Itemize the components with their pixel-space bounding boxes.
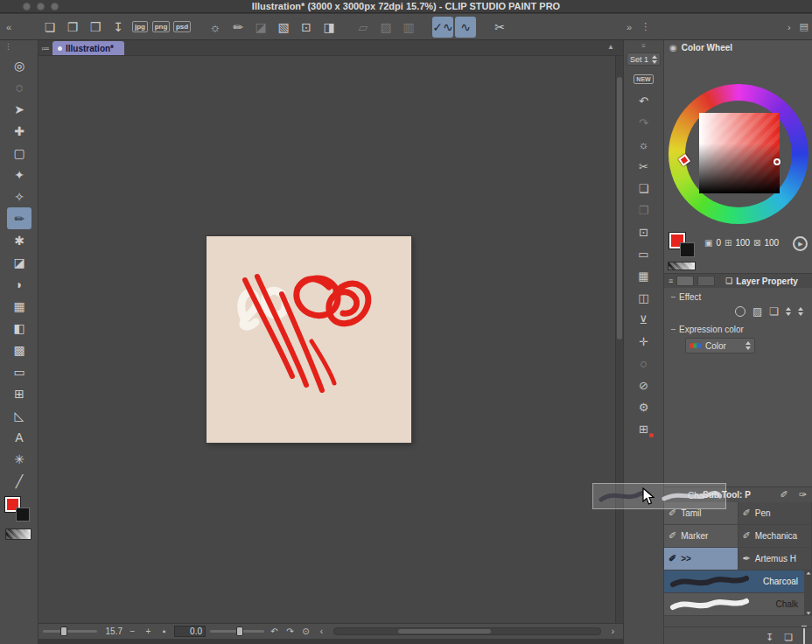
- set-selector[interactable]: Set 1: [626, 52, 661, 66]
- zoom-slider-handle[interactable]: [60, 626, 67, 636]
- auto-select-tool[interactable]: ✦: [7, 164, 32, 186]
- rotation-field[interactable]: 0.0: [174, 626, 206, 637]
- subtool-pen[interactable]: ✐ Pen: [738, 502, 812, 525]
- horizontal-scrollbar[interactable]: [333, 627, 601, 635]
- toolbar-menu-button[interactable]: ▤: [800, 21, 808, 32]
- vertical-scrollbar-thumb[interactable]: [617, 77, 622, 340]
- cut-button[interactable]: ✂: [633, 156, 655, 178]
- transparent-color-swatch[interactable]: [5, 528, 32, 540]
- layer-property-menu-icon[interactable]: ≡: [668, 276, 673, 285]
- sub-tool-scrollbar[interactable]: [804, 570, 812, 616]
- eyedropper-tool[interactable]: ✧: [7, 186, 32, 207]
- ruler-tool[interactable]: ◺: [7, 404, 32, 426]
- zoom-in-button[interactable]: +: [143, 626, 154, 636]
- figure-tool[interactable]: ▭: [7, 360, 32, 382]
- vector-eraser-button[interactable]: ✂: [489, 17, 510, 38]
- tool-scroll-right-button[interactable]: ›: [788, 21, 791, 32]
- canvas-size-button[interactable]: ▭: [633, 243, 655, 265]
- eraser-tool[interactable]: ◪: [7, 251, 32, 273]
- crop-button[interactable]: ⊡: [633, 221, 655, 243]
- zoom-tool[interactable]: ◎: [7, 54, 32, 76]
- color-history-strip[interactable]: [668, 262, 696, 270]
- zoom-out-button[interactable]: −: [127, 626, 138, 636]
- subtool-marker[interactable]: ✐ Marker: [664, 525, 738, 548]
- scroll-up-icon[interactable]: ▲: [607, 43, 614, 51]
- move-tool[interactable]: ✚: [7, 120, 32, 142]
- lasso-select-tool[interactable]: ◌: [7, 76, 32, 98]
- canvas-menu-icon[interactable]: ≔: [38, 44, 52, 53]
- expression-color-dropdown[interactable]: Color: [685, 338, 755, 354]
- background-color-swatch[interactable]: [16, 508, 30, 522]
- subtool-expand[interactable]: ✐ >>: [664, 548, 738, 570]
- decoration-tool[interactable]: ✳: [7, 448, 32, 470]
- save-file-button[interactable]: ❒: [85, 17, 106, 38]
- command-bar-handle-icon[interactable]: ≡: [624, 40, 663, 52]
- tool-palette-menu-icon[interactable]: ⋮: [4, 42, 12, 51]
- delete-subtool-button[interactable]: [803, 628, 805, 644]
- zoom-slider[interactable]: [43, 630, 97, 633]
- border-effect-button[interactable]: [735, 306, 746, 317]
- blend-tool[interactable]: ◗: [7, 273, 32, 295]
- subtool-pen-icon-2[interactable]: ✑: [799, 489, 807, 500]
- airbrush-tool[interactable]: ✱: [7, 229, 32, 251]
- undo-button[interactable]: ↶: [633, 90, 655, 112]
- select-shrink-button[interactable]: ▨: [375, 17, 396, 38]
- deselect-button[interactable]: ⊘: [633, 374, 655, 396]
- paste-button[interactable]: ❐: [633, 200, 655, 221]
- redo-button[interactable]: ↷: [633, 112, 655, 134]
- layer-property-tab-1[interactable]: [676, 276, 694, 286]
- layer-color-effect-icon[interactable]: ❏: [769, 305, 779, 318]
- subtool-pen-icon-1[interactable]: ✐: [780, 489, 788, 500]
- eraser-button[interactable]: ◪: [250, 17, 271, 38]
- layer-property-tab-2[interactable]: [697, 276, 715, 286]
- horizontal-scrollbar-thumb[interactable]: [398, 629, 491, 634]
- select-layer-button[interactable]: ◌: [633, 353, 655, 374]
- background-color-chip[interactable]: [680, 242, 695, 257]
- flip-horizontal-button[interactable]: ◫: [633, 287, 655, 309]
- fill-tool[interactable]: ◧: [7, 317, 32, 339]
- rotate-left-button[interactable]: ↶: [269, 626, 280, 636]
- select-rect-button[interactable]: ▱: [353, 17, 374, 38]
- tone-tool[interactable]: ▦: [7, 295, 32, 317]
- hue-ring[interactable]: [668, 84, 808, 224]
- text-tool[interactable]: A: [7, 426, 32, 448]
- reset-view-button[interactable]: ⊙: [300, 626, 312, 636]
- export-psd-button[interactable]: psd: [172, 17, 192, 38]
- pencil-tool[interactable]: ✏: [7, 207, 32, 229]
- toolbar-collapse-icon[interactable]: «: [2, 22, 16, 32]
- subtool-mechanical[interactable]: ✐ Mechanica: [738, 525, 812, 548]
- new-layer-button[interactable]: ⊞: [633, 418, 655, 440]
- rotation-slider[interactable]: [210, 630, 264, 633]
- rotation-slider-handle[interactable]: [236, 626, 243, 636]
- new-canvas-button[interactable]: NEW: [633, 68, 655, 90]
- scroll-up-icon[interactable]: [806, 571, 810, 574]
- snap-settings-button[interactable]: ⚙: [633, 396, 655, 418]
- expander-icon[interactable]: [671, 329, 676, 330]
- saturation-value-marker[interactable]: [774, 158, 780, 165]
- rail-handle-icon[interactable]: ⋮: [640, 21, 650, 32]
- subtool-charcoal[interactable]: Charcoal: [664, 570, 812, 593]
- saturation-value-square[interactable]: [699, 113, 780, 193]
- fill-button[interactable]: ◨: [318, 17, 340, 38]
- color-mode-toggle-button[interactable]: ▶: [793, 236, 808, 251]
- crop-button[interactable]: ⊡: [296, 17, 317, 38]
- scroll-down-icon[interactable]: [806, 612, 810, 614]
- frame-border-tool[interactable]: ⊞: [7, 382, 32, 404]
- open-file-button[interactable]: ❐: [62, 17, 83, 38]
- object-select-tool[interactable]: ➤: [7, 98, 32, 120]
- select-clear-button[interactable]: ▥: [398, 17, 419, 38]
- simplify-line-button[interactable]: ∿: [455, 17, 476, 38]
- effect-stepper-2[interactable]: [798, 307, 803, 316]
- copy-button[interactable]: ❏: [633, 178, 655, 200]
- airbrush-button[interactable]: ☼: [205, 17, 226, 38]
- save-settings-button[interactable]: ↧: [766, 628, 774, 644]
- clear-layer-button[interactable]: ☼: [633, 134, 655, 156]
- drawing-canvas[interactable]: [206, 236, 411, 443]
- correct-line-button[interactable]: ✓∿: [432, 17, 453, 38]
- expander-icon[interactable]: [671, 297, 676, 298]
- subtool-chalk[interactable]: Chalk: [664, 593, 812, 616]
- tape-button[interactable]: ▧: [273, 17, 294, 38]
- merge-down-button[interactable]: ⊻: [633, 309, 655, 331]
- subtool-artemus[interactable]: ✒ Artemus H: [738, 548, 812, 570]
- export-jpg-button[interactable]: jpg: [130, 17, 150, 38]
